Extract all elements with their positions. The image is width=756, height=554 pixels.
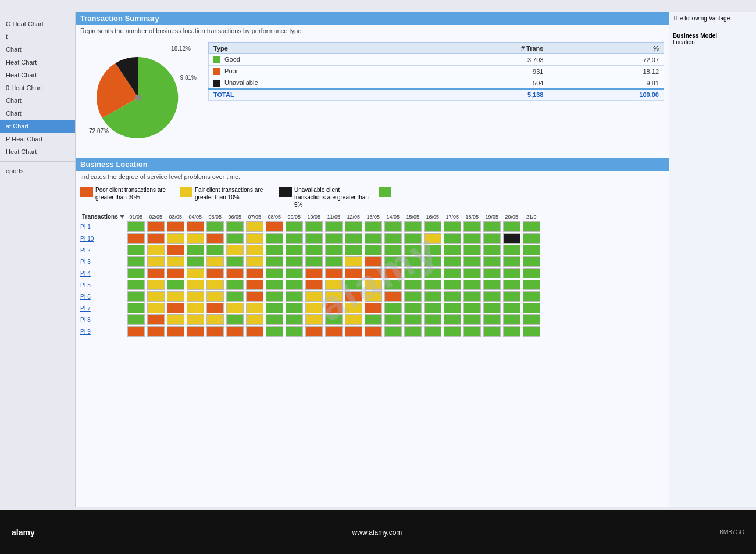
- sidebar-item-0[interactable]: O Heat Chart: [0, 17, 75, 30]
- heat-cell[interactable]: [126, 314, 146, 326]
- heat-cell[interactable]: [462, 326, 482, 337]
- transactions-col-header[interactable]: Transactions: [80, 212, 126, 221]
- heat-cell[interactable]: [522, 233, 541, 244]
- heat-cell[interactable]: [166, 233, 186, 244]
- heat-cell[interactable]: [126, 291, 146, 302]
- heat-cell[interactable]: [462, 291, 482, 302]
- heat-cell[interactable]: [423, 221, 443, 233]
- heat-cell[interactable]: [482, 267, 502, 279]
- heat-cell[interactable]: [166, 302, 186, 314]
- heat-cell[interactable]: [403, 221, 423, 233]
- heat-cell[interactable]: [423, 233, 443, 244]
- heat-cell[interactable]: [403, 244, 423, 256]
- heat-cell[interactable]: [423, 244, 443, 256]
- heat-cell[interactable]: [383, 221, 403, 233]
- heat-cell[interactable]: [324, 233, 344, 244]
- heat-cell[interactable]: [265, 256, 284, 267]
- heat-cell[interactable]: [443, 279, 462, 291]
- heat-cell[interactable]: [205, 221, 225, 233]
- heat-cell[interactable]: [205, 314, 225, 326]
- sidebar-item-7[interactable]: Chart: [0, 107, 75, 120]
- heat-cell[interactable]: [205, 291, 225, 302]
- heat-cell[interactable]: [443, 233, 462, 244]
- heat-cell[interactable]: [166, 326, 186, 337]
- heat-cell[interactable]: [462, 302, 482, 314]
- heat-cell[interactable]: [443, 314, 462, 326]
- heat-cell[interactable]: [146, 302, 166, 314]
- heat-cell[interactable]: [225, 267, 245, 279]
- heat-cell[interactable]: [146, 221, 166, 233]
- heat-cell[interactable]: [363, 326, 383, 337]
- heat-cell[interactable]: [284, 256, 304, 267]
- heat-cell[interactable]: [205, 326, 225, 337]
- heat-cell[interactable]: [324, 291, 344, 302]
- heat-cell[interactable]: [522, 244, 541, 256]
- heat-cell[interactable]: [284, 244, 304, 256]
- heat-cell[interactable]: [502, 314, 522, 326]
- heat-cell[interactable]: [146, 314, 166, 326]
- heat-cell[interactable]: [126, 221, 146, 233]
- heat-cell[interactable]: [146, 244, 166, 256]
- heat-cell[interactable]: [423, 291, 443, 302]
- heat-cell[interactable]: [225, 256, 245, 267]
- heat-cell[interactable]: [245, 256, 265, 267]
- heat-cell[interactable]: [284, 279, 304, 291]
- heat-cell[interactable]: [383, 279, 403, 291]
- heat-cell[interactable]: [423, 267, 443, 279]
- heat-cell[interactable]: [383, 267, 403, 279]
- heat-cell[interactable]: [423, 256, 443, 267]
- heat-cell[interactable]: [324, 256, 344, 267]
- heat-row-label[interactable]: PI 8: [80, 314, 126, 326]
- heat-cell[interactable]: [265, 221, 284, 233]
- heat-row-label[interactable]: PI 6: [80, 291, 126, 302]
- heat-cell[interactable]: [205, 279, 225, 291]
- heat-cell[interactable]: [502, 279, 522, 291]
- heat-cell[interactable]: [245, 326, 265, 337]
- heat-row-label[interactable]: PI 10: [80, 233, 126, 244]
- heat-cell[interactable]: [423, 314, 443, 326]
- heat-cell[interactable]: [462, 314, 482, 326]
- heat-cell[interactable]: [245, 221, 265, 233]
- heat-cell[interactable]: [363, 267, 383, 279]
- heat-cell[interactable]: [502, 267, 522, 279]
- heat-cell[interactable]: [482, 221, 502, 233]
- heat-cell[interactable]: [403, 291, 423, 302]
- heat-cell[interactable]: [126, 233, 146, 244]
- heat-cell[interactable]: [423, 326, 443, 337]
- heat-row-label[interactable]: PI 9: [80, 326, 126, 337]
- sidebar-item-reports[interactable]: eports: [0, 165, 75, 177]
- heat-cell[interactable]: [522, 291, 541, 302]
- heat-cell[interactable]: [502, 233, 522, 244]
- sidebar-item-9[interactable]: P Heat Chart: [0, 133, 75, 145]
- heat-cell[interactable]: [482, 233, 502, 244]
- heat-cell[interactable]: [245, 267, 265, 279]
- heat-cell[interactable]: [265, 291, 284, 302]
- heat-cell[interactable]: [265, 326, 284, 337]
- heat-cell[interactable]: [344, 221, 363, 233]
- heat-cell[interactable]: [363, 314, 383, 326]
- heat-cell[interactable]: [304, 302, 324, 314]
- sidebar-item-6[interactable]: Chart: [0, 94, 75, 107]
- heat-cell[interactable]: [462, 256, 482, 267]
- heat-cell[interactable]: [284, 326, 304, 337]
- heat-cell[interactable]: [265, 233, 284, 244]
- heat-cell[interactable]: [186, 244, 205, 256]
- heat-cell[interactable]: [284, 233, 304, 244]
- heat-cell[interactable]: [166, 314, 186, 326]
- heat-cell[interactable]: [482, 314, 502, 326]
- heat-cell[interactable]: [146, 326, 166, 337]
- sort-icon[interactable]: [120, 215, 124, 219]
- heat-cell[interactable]: [284, 302, 304, 314]
- heat-cell[interactable]: [225, 279, 245, 291]
- heat-cell[interactable]: [186, 291, 205, 302]
- heat-cell[interactable]: [502, 221, 522, 233]
- heat-cell[interactable]: [482, 326, 502, 337]
- heat-cell[interactable]: [186, 314, 205, 326]
- heat-cell[interactable]: [166, 244, 186, 256]
- heat-cell[interactable]: [443, 302, 462, 314]
- heat-cell[interactable]: [324, 314, 344, 326]
- heat-cell[interactable]: [443, 256, 462, 267]
- heat-cell[interactable]: [205, 233, 225, 244]
- heat-cell[interactable]: [482, 291, 502, 302]
- heat-cell[interactable]: [403, 256, 423, 267]
